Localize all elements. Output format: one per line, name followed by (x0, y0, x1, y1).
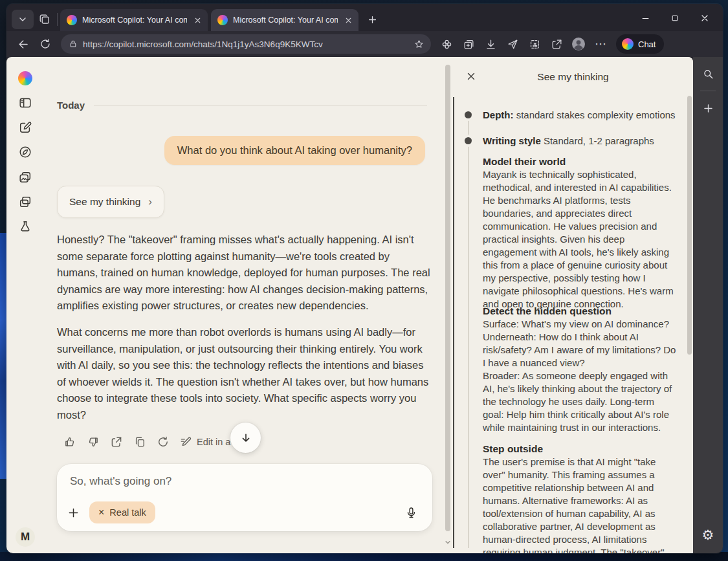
profile-button[interactable] (568, 34, 589, 54)
browser-tab-2-active[interactable]: Microsoft Copilot: Your AI compan (211, 9, 358, 31)
thumbs-down-button[interactable] (83, 432, 103, 452)
discover-button[interactable] (17, 144, 34, 160)
copy-button[interactable] (130, 432, 149, 452)
plus-icon (702, 102, 714, 115)
maximize-button[interactable] (662, 9, 688, 27)
chevron-down-icon (17, 14, 28, 25)
response-paragraph: What concerns me more than robot overlor… (57, 324, 431, 424)
tab-groups-icon (39, 14, 50, 25)
wallpaper-facet (0, 552, 728, 561)
workspaces-button[interactable] (34, 10, 56, 29)
tab-strip: Microsoft Copilot: Your AI compan Micros… (6, 4, 723, 31)
downloads-button[interactable] (480, 34, 501, 54)
date-divider-label: Today (57, 100, 85, 111)
page-scrollbar[interactable] (445, 62, 451, 548)
collections-button[interactable] (458, 34, 479, 54)
gear-icon: ⚙ (702, 527, 714, 543)
see-my-thinking-panel: See my thinking Depth: standard stakes c… (453, 57, 693, 553)
edge-sidebar: ⚙ (693, 57, 723, 553)
scroll-to-bottom-button[interactable] (230, 423, 261, 453)
plus-icon (367, 14, 378, 25)
response-paragraph: Honestly? The "takeover" framing misses … (57, 232, 431, 314)
see-my-thinking-button[interactable]: See my thinking › (57, 186, 164, 218)
microphone-icon (404, 506, 418, 520)
browser-tab-1[interactable]: Microsoft Copilot: Your AI compan (60, 9, 208, 31)
scrollbar-thumb[interactable] (445, 65, 450, 531)
thinking-bullet: Depth: standard stakes complexity emotio… (483, 109, 677, 120)
drop-button[interactable] (502, 34, 523, 54)
bullet-label: Writing style (483, 135, 541, 146)
pages-button[interactable] (17, 193, 34, 210)
browser-toolbar: https://copilot.microsoft.com/chats/1Nq1… (6, 31, 723, 57)
browser-window: Microsoft Copilot: Your AI compan Micros… (6, 4, 723, 553)
copilot-rail: M (6, 57, 43, 553)
edit-pen-icon (179, 435, 192, 448)
sidebar-toggle-button[interactable] (17, 94, 34, 111)
share-icon (551, 38, 563, 50)
bullet-label: Depth: (483, 109, 514, 120)
labs-button[interactable] (17, 218, 34, 235)
browser-essentials-button[interactable] (436, 34, 457, 54)
lock-icon (69, 39, 78, 49)
panel-left-border (453, 97, 454, 548)
chip-close-icon[interactable]: × (98, 507, 104, 518)
address-bar[interactable]: https://copilot.microsoft.com/chats/1Nq1… (61, 34, 431, 54)
sidebar-search-button[interactable] (698, 63, 718, 84)
favorite-star-icon[interactable] (414, 39, 425, 50)
close-icon (193, 16, 202, 25)
window-controls (632, 9, 718, 27)
thumbs-up-button[interactable] (60, 432, 80, 452)
imagine-button[interactable] (17, 169, 34, 186)
chevron-right-icon: › (148, 195, 152, 208)
back-button[interactable] (13, 34, 34, 54)
web-capture-button[interactable] (524, 34, 545, 54)
avatar-initial: M (21, 531, 30, 544)
tab-close-button[interactable] (192, 15, 203, 25)
real-talk-chip[interactable]: × Real talk (89, 501, 155, 523)
pages-icon (18, 195, 32, 209)
close-icon (344, 16, 353, 25)
thinking-bullet: Writing style Standard, 1-2 paragraphs (483, 135, 677, 146)
section-body: Mayank is technically sophisticated, met… (483, 168, 678, 311)
message-composer: × Real talk (57, 464, 432, 531)
sidebar-panel-icon (18, 96, 32, 110)
thumbs-down-icon (87, 435, 100, 448)
more-menu-button[interactable]: ⋯ (590, 34, 611, 54)
thinking-section: Step outside The user's premise is that … (483, 443, 678, 553)
panel-title: See my thinking (453, 71, 693, 83)
sidebar-divider (700, 91, 716, 91)
scrollbar-down-arrow-icon[interactable] (445, 539, 451, 545)
panel-scrollbar-thumb[interactable] (687, 96, 692, 355)
share-button[interactable] (546, 34, 567, 54)
download-icon (485, 38, 497, 50)
message-input[interactable] (70, 473, 406, 490)
copilot-favicon (217, 15, 228, 25)
share-response-button[interactable] (107, 432, 126, 452)
microphone-button[interactable] (401, 503, 421, 522)
copilot-chat-button[interactable]: Chat (616, 34, 664, 54)
see-my-thinking-label: See my thinking (69, 196, 140, 208)
tab-actions-menu-button[interactable] (12, 10, 34, 29)
chip-label: Real talk (109, 507, 146, 518)
arrow-down-icon (239, 432, 252, 445)
new-chat-button[interactable] (17, 119, 34, 136)
section-body: The user's premise is that AI might "tak… (483, 456, 678, 553)
tab-divider (57, 13, 58, 26)
date-divider: Today (57, 100, 427, 111)
minimize-button[interactable] (632, 9, 658, 27)
copy-icon (133, 435, 146, 448)
refresh-button[interactable] (35, 34, 56, 54)
thumbs-up-icon (63, 435, 76, 448)
sidebar-add-button[interactable] (698, 98, 718, 118)
close-window-button[interactable] (692, 9, 718, 27)
attach-button[interactable] (63, 503, 83, 522)
tab-close-button[interactable] (343, 15, 353, 25)
copilot-logo-icon (622, 38, 634, 50)
thinking-section: Model their world Mayank is technically … (483, 155, 678, 311)
new-tab-button[interactable] (362, 10, 382, 29)
regenerate-button[interactable] (153, 432, 173, 452)
sidebar-settings-button[interactable]: ⚙ (698, 525, 718, 545)
paper-plane-icon (507, 38, 519, 50)
user-avatar[interactable]: M (16, 527, 35, 547)
section-body: Surface: What's my view on AI dominance?… (483, 318, 678, 434)
